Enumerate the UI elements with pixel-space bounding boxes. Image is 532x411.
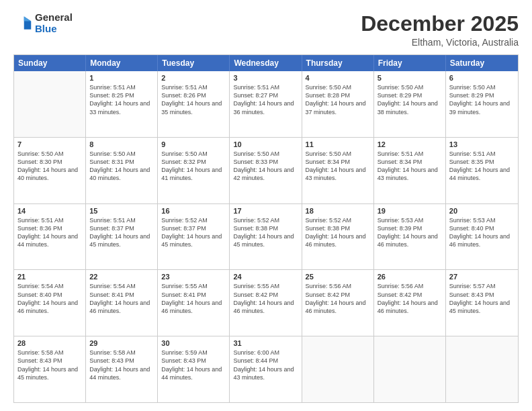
calendar-cell: 18Sunrise: 5:52 AMSunset: 8:38 PMDayligh… <box>302 204 374 270</box>
day-number: 7 <box>17 140 82 148</box>
day-info: Sunrise: 5:51 AMSunset: 8:25 PMDaylight:… <box>89 83 154 116</box>
day-info: Sunrise: 5:51 AMSunset: 8:26 PMDaylight:… <box>161 83 226 116</box>
calendar-cell: 10Sunrise: 5:50 AMSunset: 8:33 PMDayligh… <box>230 138 302 203</box>
day-number: 17 <box>233 207 298 215</box>
day-info: Sunrise: 5:51 AMSunset: 8:37 PMDaylight:… <box>89 216 154 249</box>
page: General Blue December 2025 Eltham, Victo… <box>0 0 532 411</box>
day-info: Sunrise: 5:50 AMSunset: 8:33 PMDaylight:… <box>233 150 298 183</box>
logo-blue-text: Blue <box>35 24 73 35</box>
day-number: 24 <box>233 273 298 281</box>
calendar-cell: 13Sunrise: 5:51 AMSunset: 8:35 PMDayligh… <box>446 138 518 203</box>
day-info: Sunrise: 5:53 AMSunset: 8:40 PMDaylight:… <box>449 216 515 249</box>
day-number: 20 <box>449 207 515 215</box>
day-info: Sunrise: 5:55 AMSunset: 8:42 PMDaylight:… <box>233 282 298 315</box>
calendar-cell: 26Sunrise: 5:56 AMSunset: 8:42 PMDayligh… <box>374 270 446 336</box>
day-number: 4 <box>306 74 370 82</box>
month-title: December 2025 <box>361 12 519 36</box>
day-number: 1 <box>89 74 154 82</box>
calendar-cell: 15Sunrise: 5:51 AMSunset: 8:37 PMDayligh… <box>86 204 158 270</box>
logo-text: General Blue <box>35 12 73 34</box>
calendar: SundayMondayTuesdayWednesdayThursdayFrid… <box>13 54 519 403</box>
calendar-week-4: 21Sunrise: 5:54 AMSunset: 8:40 PMDayligh… <box>14 269 518 336</box>
header-day-wednesday: Wednesday <box>230 55 302 71</box>
day-info: Sunrise: 5:52 AMSunset: 8:38 PMDaylight:… <box>306 216 370 249</box>
calendar-cell: 12Sunrise: 5:51 AMSunset: 8:34 PMDayligh… <box>374 138 446 203</box>
location: Eltham, Victoria, Australia <box>361 37 519 48</box>
day-info: Sunrise: 5:52 AMSunset: 8:37 PMDaylight:… <box>161 216 226 249</box>
day-number: 26 <box>378 273 442 281</box>
calendar-cell: 3Sunrise: 5:51 AMSunset: 8:27 PMDaylight… <box>230 71 302 137</box>
day-info: Sunrise: 5:58 AMSunset: 8:43 PMDaylight:… <box>89 349 154 381</box>
header-day-thursday: Thursday <box>302 55 374 71</box>
calendar-cell: 14Sunrise: 5:51 AMSunset: 8:36 PMDayligh… <box>14 204 86 270</box>
day-info: Sunrise: 5:56 AMSunset: 8:42 PMDaylight:… <box>306 282 370 315</box>
calendar-cell: 2Sunrise: 5:51 AMSunset: 8:26 PMDaylight… <box>158 71 230 137</box>
day-number: 2 <box>161 74 226 82</box>
title-area: December 2025 Eltham, Victoria, Australi… <box>361 12 519 48</box>
header-day-friday: Friday <box>374 55 446 71</box>
day-info: Sunrise: 6:00 AMSunset: 8:44 PMDaylight:… <box>233 349 298 381</box>
calendar-cell: 1Sunrise: 5:51 AMSunset: 8:25 PMDaylight… <box>86 71 158 137</box>
header: General Blue December 2025 Eltham, Victo… <box>13 12 519 48</box>
calendar-cell: 17Sunrise: 5:52 AMSunset: 8:38 PMDayligh… <box>230 204 302 270</box>
day-number: 10 <box>233 140 298 148</box>
day-info: Sunrise: 5:50 AMSunset: 8:29 PMDaylight:… <box>449 83 515 116</box>
day-number: 15 <box>89 207 154 215</box>
day-number: 16 <box>161 207 226 215</box>
header-day-tuesday: Tuesday <box>158 55 230 71</box>
calendar-cell: 30Sunrise: 5:59 AMSunset: 8:43 PMDayligh… <box>158 336 230 402</box>
calendar-week-1: 1Sunrise: 5:51 AMSunset: 8:25 PMDaylight… <box>14 71 518 137</box>
day-info: Sunrise: 5:50 AMSunset: 8:30 PMDaylight:… <box>17 150 82 183</box>
day-info: Sunrise: 5:55 AMSunset: 8:41 PMDaylight:… <box>161 282 226 315</box>
day-number: 3 <box>233 74 298 82</box>
calendar-cell: 19Sunrise: 5:53 AMSunset: 8:39 PMDayligh… <box>374 204 446 270</box>
calendar-cell: 27Sunrise: 5:57 AMSunset: 8:43 PMDayligh… <box>446 270 518 336</box>
calendar-cell: 16Sunrise: 5:52 AMSunset: 8:37 PMDayligh… <box>158 204 230 270</box>
day-info: Sunrise: 5:50 AMSunset: 8:31 PMDaylight:… <box>89 150 154 183</box>
day-info: Sunrise: 5:50 AMSunset: 8:32 PMDaylight:… <box>161 150 226 183</box>
day-number: 19 <box>378 207 442 215</box>
day-info: Sunrise: 5:56 AMSunset: 8:42 PMDaylight:… <box>378 282 442 315</box>
calendar-cell: 28Sunrise: 5:58 AMSunset: 8:43 PMDayligh… <box>14 336 86 402</box>
calendar-cell: 4Sunrise: 5:50 AMSunset: 8:28 PMDaylight… <box>302 71 374 137</box>
day-number: 31 <box>233 339 298 347</box>
calendar-cell <box>446 336 518 402</box>
day-number: 14 <box>17 207 82 215</box>
calendar-cell: 20Sunrise: 5:53 AMSunset: 8:40 PMDayligh… <box>446 204 518 270</box>
day-number: 23 <box>161 273 226 281</box>
day-info: Sunrise: 5:51 AMSunset: 8:36 PMDaylight:… <box>17 216 82 249</box>
logo: General Blue <box>13 12 73 34</box>
calendar-cell: 9Sunrise: 5:50 AMSunset: 8:32 PMDaylight… <box>158 138 230 203</box>
calendar-week-2: 7Sunrise: 5:50 AMSunset: 8:30 PMDaylight… <box>14 137 518 203</box>
day-info: Sunrise: 5:50 AMSunset: 8:28 PMDaylight:… <box>306 83 370 116</box>
day-number: 27 <box>449 273 515 281</box>
day-info: Sunrise: 5:52 AMSunset: 8:38 PMDaylight:… <box>233 216 298 249</box>
day-info: Sunrise: 5:54 AMSunset: 8:41 PMDaylight:… <box>89 282 154 315</box>
calendar-cell: 25Sunrise: 5:56 AMSunset: 8:42 PMDayligh… <box>302 270 374 336</box>
header-day-monday: Monday <box>86 55 158 71</box>
day-info: Sunrise: 5:57 AMSunset: 8:43 PMDaylight:… <box>449 282 515 315</box>
calendar-body: 1Sunrise: 5:51 AMSunset: 8:25 PMDaylight… <box>14 71 518 402</box>
calendar-cell <box>302 336 374 402</box>
day-number: 12 <box>378 140 442 148</box>
calendar-week-3: 14Sunrise: 5:51 AMSunset: 8:36 PMDayligh… <box>14 203 518 270</box>
calendar-cell: 23Sunrise: 5:55 AMSunset: 8:41 PMDayligh… <box>158 270 230 336</box>
logo-general-text: General <box>35 12 73 24</box>
calendar-cell: 31Sunrise: 6:00 AMSunset: 8:44 PMDayligh… <box>230 336 302 402</box>
calendar-cell: 29Sunrise: 5:58 AMSunset: 8:43 PMDayligh… <box>86 336 158 402</box>
day-number: 18 <box>306 207 370 215</box>
day-number: 5 <box>378 74 442 82</box>
day-number: 29 <box>89 339 154 347</box>
day-number: 21 <box>17 273 82 281</box>
day-info: Sunrise: 5:51 AMSunset: 8:27 PMDaylight:… <box>233 83 298 116</box>
calendar-cell <box>14 71 86 137</box>
day-number: 8 <box>89 140 154 148</box>
day-info: Sunrise: 5:58 AMSunset: 8:43 PMDaylight:… <box>17 349 82 381</box>
calendar-cell: 21Sunrise: 5:54 AMSunset: 8:40 PMDayligh… <box>14 270 86 336</box>
day-info: Sunrise: 5:54 AMSunset: 8:40 PMDaylight:… <box>17 282 82 315</box>
day-info: Sunrise: 5:59 AMSunset: 8:43 PMDaylight:… <box>161 349 226 381</box>
day-number: 9 <box>161 140 226 148</box>
calendar-cell: 6Sunrise: 5:50 AMSunset: 8:29 PMDaylight… <box>446 71 518 137</box>
day-number: 25 <box>306 273 370 281</box>
calendar-header: SundayMondayTuesdayWednesdayThursdayFrid… <box>14 55 518 71</box>
